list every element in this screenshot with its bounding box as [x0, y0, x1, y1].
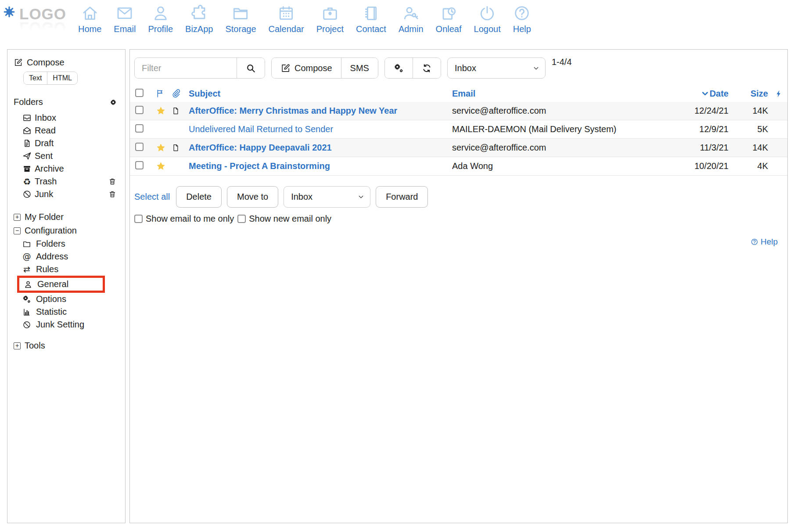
mail-subject-link[interactable]: Undelivered Mail Returned to Sender	[189, 124, 333, 134]
logo[interactable]: LOGO LOGO	[3, 4, 69, 48]
show-new-only-checkbox[interactable]	[237, 215, 246, 223]
compose-icon	[280, 63, 291, 73]
config-options[interactable]: Options	[22, 293, 120, 306]
star-icon[interactable]	[155, 142, 166, 153]
tree-my-folder[interactable]: +My Folder	[14, 210, 120, 224]
nav-calendar[interactable]: Calendar	[262, 4, 310, 34]
subject-header[interactable]: Subject	[189, 89, 452, 99]
nav-project[interactable]: Project	[310, 4, 350, 34]
question-circle-icon	[513, 4, 531, 22]
gears-icon	[22, 295, 31, 304]
mail-subject-link[interactable]: Meeting - Project A Brainstorming	[189, 161, 330, 171]
tree-tools[interactable]: +Tools	[14, 339, 120, 352]
compose-group: Compose SMS	[271, 58, 378, 79]
mail-sender: Ada Wong	[452, 161, 680, 171]
nav-bizapp[interactable]: BizApp	[179, 4, 219, 34]
config-junk-setting[interactable]: Junk Setting	[22, 318, 120, 331]
refresh-button[interactable]	[413, 58, 441, 78]
flag-column-icon[interactable]	[155, 89, 165, 98]
folder-read[interactable]: Read	[22, 124, 120, 137]
config-address[interactable]: @Address	[22, 250, 120, 263]
star-icon[interactable]	[155, 105, 166, 116]
nav-contact[interactable]: Contact	[350, 4, 392, 34]
compose-mode-switch: Text HTML	[23, 72, 78, 85]
nav-profile[interactable]: Profile	[142, 4, 179, 34]
star-icon[interactable]	[155, 161, 166, 172]
config-folders[interactable]: Folders	[22, 237, 120, 250]
mail-subject-link[interactable]: AfterOffice: Happy Deepavali 2021	[189, 143, 332, 153]
forward-button[interactable]: Forward	[376, 186, 428, 208]
expand-icon[interactable]: +	[14, 342, 21, 349]
empty-trash-icon[interactable]	[108, 177, 116, 186]
nav-admin[interactable]: Admin	[392, 4, 430, 34]
delete-button[interactable]: Delete	[176, 186, 222, 208]
sms-button[interactable]: SMS	[341, 58, 378, 78]
mail-date: 10/20/21	[680, 161, 729, 171]
row-checkbox[interactable]	[135, 143, 144, 151]
nav-storage[interactable]: Storage	[219, 4, 262, 34]
compose-text-button[interactable]: Text	[24, 72, 47, 84]
envelope-icon	[116, 4, 133, 22]
search-button[interactable]	[237, 58, 265, 78]
nav-email[interactable]: Email	[108, 4, 142, 34]
mail-table-header: Subject Email Date Size	[130, 85, 787, 102]
show-to-me-checkbox[interactable]	[134, 215, 143, 223]
chevron-down-icon	[357, 193, 365, 201]
folder-trash[interactable]: ♻Trash	[22, 175, 120, 188]
priority-column-icon[interactable]	[775, 90, 783, 98]
attachment-column-icon[interactable]	[171, 89, 181, 98]
nav-help[interactable]: Help	[507, 4, 537, 34]
row-checkbox[interactable]	[135, 124, 144, 133]
email-header[interactable]: Email	[452, 89, 680, 99]
envelope-open-icon	[22, 126, 32, 135]
filter-input[interactable]	[135, 58, 237, 78]
mail-subject-link[interactable]: AfterOffice: Merry Christmas and Happy N…	[189, 106, 397, 116]
compose-html-button[interactable]: HTML	[47, 72, 77, 84]
mail-size: 14K	[729, 143, 768, 153]
compose-button[interactable]: Compose	[14, 58, 120, 68]
select-all-link[interactable]: Select all	[134, 192, 170, 202]
help-link[interactable]: Help	[750, 237, 778, 247]
config-statistic[interactable]: Statistic	[22, 306, 120, 318]
compose-icon	[14, 58, 23, 67]
nav-onleaf[interactable]: Onleaf	[430, 4, 468, 34]
bar-chart-icon	[22, 308, 31, 316]
folder-draft[interactable]: Draft	[22, 137, 120, 150]
filter-group	[134, 58, 265, 79]
mail-row[interactable]: Meeting - Project A Brainstorming Ada Wo…	[130, 157, 787, 176]
row-checkbox[interactable]	[135, 106, 144, 114]
folder-sent[interactable]: Sent	[22, 150, 120, 162]
folder-archive[interactable]: Archive	[22, 162, 120, 175]
move-to-button[interactable]: Move to	[227, 186, 278, 208]
mail-settings-button[interactable]	[385, 58, 413, 78]
compose-mail-button[interactable]: Compose	[272, 58, 341, 78]
folder-list: Inbox Read Draft Sent Archive ♻Trash Jun…	[14, 111, 120, 201]
nav-logout[interactable]: Logout	[468, 4, 507, 34]
folder-inbox[interactable]: Inbox	[22, 111, 120, 124]
puzzle-icon	[190, 4, 208, 22]
folders-settings-gear-icon[interactable]	[109, 98, 117, 106]
row-checkbox[interactable]	[135, 161, 144, 169]
folder-select[interactable]: Inbox	[447, 58, 546, 79]
config-general-highlighted[interactable]: General	[17, 276, 105, 293]
person-key-icon	[402, 4, 420, 22]
folder-junk[interactable]: Junk	[22, 188, 120, 201]
mail-date: 12/9/21	[680, 124, 729, 134]
size-header[interactable]: Size	[729, 89, 768, 99]
empty-junk-icon[interactable]	[108, 190, 116, 198]
expand-icon[interactable]: +	[14, 214, 21, 221]
arrows-icon: ⇄	[22, 265, 31, 273]
tree-configuration[interactable]: −Configuration	[14, 224, 120, 237]
mail-row[interactable]: AfterOffice: Merry Christmas and Happy N…	[130, 102, 787, 120]
top-nav: LOGO LOGO Home Email Profile BizApp Stor…	[0, 0, 790, 49]
mail-row[interactable]: Undelivered Mail Returned to Sender MAIL…	[130, 120, 787, 139]
refresh-icon	[422, 63, 432, 73]
config-rules[interactable]: ⇄Rules	[22, 263, 120, 276]
date-header[interactable]: Date	[680, 89, 729, 99]
search-icon	[246, 63, 256, 73]
collapse-icon[interactable]: −	[14, 227, 21, 234]
select-all-checkbox[interactable]	[135, 89, 144, 97]
nav-home[interactable]: Home	[72, 4, 108, 34]
mail-row[interactable]: AfterOffice: Happy Deepavali 2021 servic…	[130, 139, 787, 157]
move-folder-select[interactable]: Inbox	[284, 186, 370, 208]
